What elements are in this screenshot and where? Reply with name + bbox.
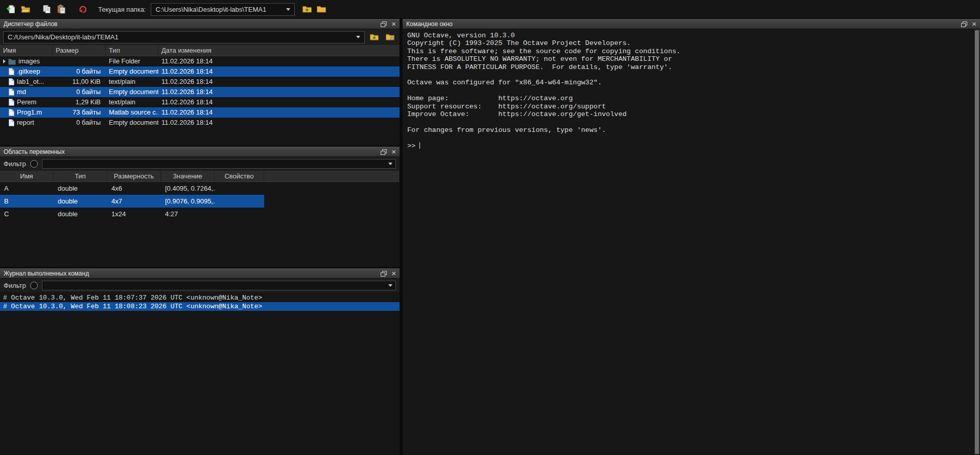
file-browser-path-value: C:/Users/Nika/Desktop/it-labs/TEMA1 <box>8 33 119 41</box>
column-header-value[interactable]: Значение <box>161 171 215 181</box>
variable-row[interactable]: Cdouble1x244:27 <box>0 208 264 220</box>
undo-icon <box>78 4 88 14</box>
file-icon <box>8 99 14 106</box>
file-type: Matlab source c... <box>106 107 158 118</box>
file-browser-path-combo[interactable]: C:/Users/Nika/Desktop/it-labs/TEMA1 <box>3 31 365 43</box>
close-icon[interactable]: × <box>972 20 976 28</box>
file-name-cell: md <box>0 87 53 97</box>
dir-up-icon <box>369 32 379 42</box>
file-size: 1,29 KiB <box>53 97 106 107</box>
copy-icon <box>42 4 52 14</box>
command-history-titlebar[interactable]: Журнал выполненных команд × <box>0 268 400 279</box>
workspace-table-header[interactable]: Имя Тип Размерность Значение Свойство <box>0 171 400 182</box>
command-window-scrollbar[interactable] <box>973 29 980 455</box>
column-header-type[interactable]: Тип <box>106 45 158 56</box>
file-name-cell: lab1_ot... <box>0 77 53 87</box>
variable-value: 4:27 <box>161 208 215 220</box>
close-icon[interactable]: × <box>391 270 396 277</box>
column-header-size[interactable]: Размер <box>53 45 106 56</box>
scrollbar-thumb[interactable] <box>975 30 979 454</box>
column-header-type[interactable]: Тип <box>54 171 107 181</box>
file-row[interactable]: imagesFile Folder11.02.2026 18:14 <box>0 56 400 66</box>
variable-value: [0.9076, 0.9095,... <box>161 195 215 208</box>
history-entry[interactable]: # Octave 10.3.0, Wed Feb 11 18:08:23 202… <box>0 302 400 311</box>
workspace-filter-row: Фильтр <box>0 157 400 171</box>
command-window-body: GNU Octave, version 10.3.0Copyright (C) … <box>403 29 980 455</box>
command-window-output[interactable]: GNU Octave, version 10.3.0Copyright (C) … <box>403 29 973 455</box>
variable-type: double <box>54 195 107 208</box>
workspace-table-body: Adouble4x6[0.4095, 0.7264,...Bdouble4x7[… <box>0 182 400 267</box>
panel-title: Журнал выполненных команд <box>4 270 381 277</box>
expand-arrow-icon[interactable] <box>0 59 8 63</box>
variable-row[interactable]: Adouble4x6[0.4095, 0.7264,... <box>0 182 264 195</box>
filter-checkbox[interactable] <box>30 282 38 289</box>
console-line <box>407 71 973 79</box>
file-name: report <box>17 118 34 128</box>
filter-checkbox[interactable] <box>30 160 38 168</box>
file-type: Empty document <box>106 87 158 97</box>
file-row[interactable]: .gitkeep0 байтыEmpty document11.02.2026 … <box>0 66 400 77</box>
variable-attribute <box>215 208 264 220</box>
new-script-button[interactable] <box>4 2 18 16</box>
undo-button[interactable] <box>76 2 90 16</box>
file-name: lab1_ot... <box>17 77 44 87</box>
variable-dimension: 1x24 <box>107 208 161 220</box>
console-prompt-line[interactable]: >> <box>407 142 973 150</box>
file-icon <box>8 109 14 116</box>
history-entry[interactable]: # Octave 10.3.0, Wed Feb 11 18:07:37 202… <box>0 293 400 302</box>
path-up-button[interactable] <box>368 31 381 43</box>
octave-main-window: Текущая папка: C:\Users\Nika\Desktop\it-… <box>0 0 980 455</box>
open-file-button[interactable] <box>18 2 33 16</box>
filter-combo[interactable] <box>42 281 396 290</box>
command-window-titlebar[interactable]: Командное окно × <box>403 19 980 29</box>
file-row[interactable]: report0 байтыEmpty document11.02.2026 18… <box>0 118 400 128</box>
folder-actions-button[interactable] <box>384 31 396 43</box>
browse-directories-button[interactable] <box>314 2 329 16</box>
file-name-cell: report <box>0 118 53 128</box>
file-table-body: imagesFile Folder11.02.2026 18:14.gitkee… <box>0 56 400 145</box>
variable-row[interactable]: Bdouble4x7[0.9076, 0.9095,... <box>0 195 264 208</box>
text-cursor <box>419 142 420 149</box>
column-header-attribute[interactable]: Свойство <box>215 171 264 181</box>
close-icon[interactable]: × <box>391 148 396 155</box>
paste-button[interactable] <box>54 2 68 16</box>
console-line: Home page: https://octave.org <box>407 95 973 102</box>
file-size: 0 байты <box>53 118 106 128</box>
filter-label: Фильтр <box>4 282 26 289</box>
file-table-header[interactable]: Имя Размер Тип Дата изменения <box>0 45 400 56</box>
console-line <box>407 134 973 142</box>
undock-icon[interactable] <box>961 21 967 27</box>
file-type: File Folder <box>106 56 158 66</box>
file-name: md <box>17 87 26 97</box>
file-row[interactable]: Prog1.m73 байтыMatlab source c...11.02.2… <box>0 107 400 118</box>
variable-type: double <box>54 208 107 220</box>
file-browser-path-row: C:/Users/Nika/Desktop/it-labs/TEMA1 <box>0 29 400 45</box>
close-icon[interactable]: × <box>391 20 396 28</box>
file-browser-titlebar[interactable]: Диспетчер файлов × <box>0 19 400 29</box>
file-row[interactable]: Perem1,29 KiBtext/plain11.02.2026 18:14 <box>0 97 400 107</box>
workspace-panel: Область переменных × Фильтр <box>0 147 400 267</box>
copy-button[interactable] <box>40 2 54 16</box>
filter-combo[interactable] <box>42 159 396 169</box>
undock-icon[interactable] <box>381 21 387 27</box>
file-icon <box>8 78 14 85</box>
file-row[interactable]: md0 байтыEmpty document11.02.2026 18:14 <box>0 87 400 97</box>
current-folder-combo[interactable]: C:\Users\Nika\Desktop\it-labs\TEMA1 <box>151 3 295 16</box>
workspace-titlebar[interactable]: Область переменных × <box>0 147 400 157</box>
undock-icon[interactable] <box>381 271 387 277</box>
variable-name: A <box>0 182 54 195</box>
undock-icon[interactable] <box>381 149 387 155</box>
column-header-dimension[interactable]: Размерность <box>107 171 161 181</box>
dir-up-button[interactable] <box>300 2 314 16</box>
file-type: text/plain <box>106 97 158 107</box>
column-header-date[interactable]: Дата изменения <box>158 45 400 56</box>
column-header-name[interactable]: Имя <box>0 45 53 56</box>
file-name-cell: .gitkeep <box>0 66 53 77</box>
console-line: For changes from previous versions, type… <box>407 126 973 134</box>
column-header-name[interactable]: Имя <box>0 171 54 181</box>
file-icon <box>8 119 14 126</box>
file-name: Prog1.m <box>17 107 42 118</box>
variable-attribute <box>215 195 264 208</box>
file-row[interactable]: lab1_ot...11,00 KiBtext/plain11.02.2026 … <box>0 77 400 87</box>
variable-dimension: 4x6 <box>107 182 161 195</box>
